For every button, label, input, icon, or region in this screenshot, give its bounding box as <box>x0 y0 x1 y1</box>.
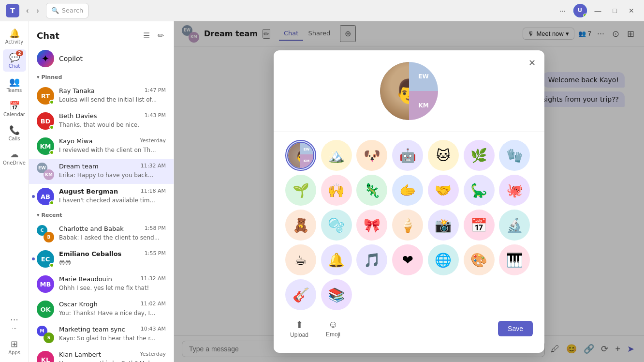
chat-item-charlotte-babak[interactable]: C B Charlotte and Babak 1:58 PM Babak: I… <box>29 221 174 246</box>
emoji-label: Emoji <box>326 331 340 338</box>
online-status-emiliano <box>49 263 54 268</box>
online-status-kayo <box>49 150 54 155</box>
sticker-item-18[interactable]: 📸 <box>428 210 459 241</box>
chat-time: 10:43 AM <box>141 326 166 333</box>
chat-name: Beth Davies <box>59 112 97 120</box>
sticker-item-5[interactable]: 🌿 <box>464 140 495 171</box>
chat-item-oscar[interactable]: OK Oscar Krogh 11:02 AM You: Thanks! Hav… <box>29 297 174 322</box>
sticker-item-2[interactable]: 🐶 <box>356 140 387 171</box>
sticker-item-25[interactable]: 🌐 <box>428 244 459 275</box>
sidebar-item-more[interactable]: ··· ··· <box>3 312 26 334</box>
chat-item-emiliano[interactable]: EC Emiliano Ceballos 1:55 PM 😎😎 <box>29 246 174 272</box>
sticker-item-7[interactable]: 🌱 <box>285 175 316 206</box>
pinned-section-header[interactable]: ▾ Pinned <box>29 71 174 83</box>
chat-item-beth-davies[interactable]: BD Beth Davies 1:43 PM Thanks, that woul… <box>29 108 174 134</box>
online-status-ray <box>49 100 54 105</box>
more-options-button[interactable]: ··· <box>556 5 570 16</box>
save-button[interactable]: Save <box>498 321 533 336</box>
emoji-button[interactable]: ☺ Emoji <box>321 316 345 341</box>
sticker-item-17[interactable]: 🍦 <box>392 210 423 241</box>
modal-divider <box>274 132 544 132</box>
chat-item-kayo-miwa[interactable]: KM Kayo Miwa Yesterday I reviewed with t… <box>29 134 174 159</box>
chat-info-ray-tanaka: Ray Tanaka 1:47 PM Louisa will send the … <box>59 87 166 104</box>
sticker-item-26[interactable]: 🎨 <box>464 244 495 275</box>
maximize-button[interactable]: □ <box>609 5 621 16</box>
sticker-item-12[interactable]: 🦕 <box>464 175 495 206</box>
onedrive-icon: ☁ <box>10 149 19 159</box>
emoji-icon: ☺ <box>328 319 338 330</box>
chat-info-august: August Bergman 11:18 AM I haven't checke… <box>59 188 166 204</box>
chat-item-marie[interactable]: MB Marie Beaudouin 11:32 AM Ohhh I see. … <box>29 272 174 297</box>
chat-time: Yesterday <box>140 137 166 145</box>
chat-item-dream-team[interactable]: EW KM Dream team 11:32 AM Erika: Happy t… <box>29 159 174 184</box>
sidebar-item-activity[interactable]: 🔔 Activity <box>3 25 26 47</box>
sticker-item-22[interactable]: 🔔 <box>321 244 352 275</box>
new-chat-button[interactable]: ✏ <box>156 29 166 42</box>
chat-preview: 😎😎 <box>59 259 71 266</box>
online-status-beth <box>49 125 54 130</box>
chat-item-august-bergman[interactable]: AB August Bergman 11:18 AM I haven't che… <box>29 184 174 209</box>
sticker-item-28[interactable]: 🎸 <box>285 279 316 310</box>
search-bar[interactable]: 🔍 Search <box>46 3 89 18</box>
forward-button[interactable]: › <box>33 4 42 17</box>
upload-button[interactable]: ⬆ Upload <box>285 316 313 341</box>
sticker-item-15[interactable]: 🫧 <box>321 210 352 241</box>
sticker-item-24[interactable]: ❤️ <box>392 244 423 275</box>
minimize-button[interactable]: — <box>591 5 605 16</box>
chat-item-ray-tanaka[interactable]: RT Ray Tanaka 1:47 PM Louisa will send t… <box>29 83 174 108</box>
sticker-item-23[interactable]: 🎵 <box>356 244 387 275</box>
sticker-grid: 👨 EW KM 🏔️🐶🤖🐱🌿🧤🌱🙌🦎🫱🤝🦕🐙🧸🫧🎀🍦📸📅🔬☕🔔🎵❤️🌐🎨🎹🎸📚 <box>285 140 533 310</box>
avatar-charlotte-babak: C B <box>37 225 54 242</box>
sticker-item-6[interactable]: 🧤 <box>499 140 530 171</box>
sticker-item-21[interactable]: ☕ <box>285 244 316 275</box>
chat-item-kian[interactable]: KL Kian Lambert Yesterday Have you run t… <box>29 347 174 362</box>
sticker-item-16[interactable]: 🎀 <box>356 210 387 241</box>
recent-section-header[interactable]: ▾ Recent <box>29 209 174 221</box>
sticker-item-1[interactable]: 🏔️ <box>321 140 352 171</box>
avatar-marie: MB <box>37 275 54 293</box>
chat-time: 1:43 PM <box>145 112 166 120</box>
sidebar-item-calls[interactable]: 📞 Calls <box>3 122 26 144</box>
sidebar-item-calendar[interactable]: 📅 Calendar <box>3 98 26 120</box>
filter-button[interactable]: ☰ <box>141 29 152 42</box>
chat-preview: I reviewed with the client on Th... <box>59 147 156 153</box>
search-placeholder: Search <box>62 7 84 14</box>
sticker-item-9[interactable]: 🦎 <box>356 175 387 206</box>
chevron-down-icon: ▾ <box>37 212 40 218</box>
chat-time: 11:18 AM <box>141 188 166 195</box>
user-avatar[interactable]: U <box>573 4 587 17</box>
sticker-item-14[interactable]: 🧸 <box>285 210 316 241</box>
apps-icon: ⊞ <box>11 339 18 349</box>
more-icon: ··· <box>10 315 18 325</box>
sticker-item-8[interactable]: 🙌 <box>321 175 352 206</box>
sidebar-item-chat[interactable]: 2 💬 Chat <box>3 49 26 72</box>
sticker-item-0[interactable]: 👨 EW KM <box>285 140 316 171</box>
footer-actions: ⬆ Upload ☺ Emoji <box>285 316 345 341</box>
sidebar-header-actions: ☰ ✏ <box>141 29 166 42</box>
chat-preview: Babak: I asked the client to send... <box>59 234 160 241</box>
sticker-item-10[interactable]: 🫱 <box>392 175 423 206</box>
modal-close-button[interactable]: ✕ <box>525 56 539 70</box>
sticker-item-3[interactable]: 🤖 <box>392 140 423 171</box>
copilot-item[interactable]: ✦ Copilot <box>29 46 174 71</box>
sticker-item-4[interactable]: 🐱 <box>428 140 459 171</box>
sticker-item-27[interactable]: 🎹 <box>499 244 530 275</box>
sidebar-item-teams[interactable]: 👥 Teams <box>3 74 26 96</box>
sticker-item-20[interactable]: 🔬 <box>499 210 530 241</box>
avatar-dream-team: EW KM <box>37 163 54 180</box>
group-circle-right: EW KM <box>409 62 438 120</box>
sidebar-item-apps[interactable]: ⊞ Apps <box>3 336 26 358</box>
close-button[interactable]: ✕ <box>625 5 638 16</box>
chat-info-beth-davies: Beth Davies 1:43 PM Thanks, that would b… <box>59 112 166 129</box>
sidebar-item-onedrive[interactable]: ☁ OneDrive <box>3 146 26 168</box>
chat-item-marketing[interactable]: M S Marketing team sync 10:43 AM Kayo: S… <box>29 322 174 347</box>
sticker-item-29[interactable]: 📚 <box>321 279 352 310</box>
sticker-item-11[interactable]: 🤝 <box>428 175 459 206</box>
back-button[interactable]: ‹ <box>23 4 31 17</box>
group-avatar-display: 👨 EW KM <box>285 62 533 120</box>
sticker-item-19[interactable]: 📅 <box>464 210 495 241</box>
sticker-item-13[interactable]: 🐙 <box>499 175 530 206</box>
chat-info-marketing: Marketing team sync 10:43 AM Kayo: So gl… <box>59 326 166 342</box>
avatar-kayo-miwa: KM <box>37 137 54 155</box>
copilot-name: Copilot <box>59 55 83 62</box>
